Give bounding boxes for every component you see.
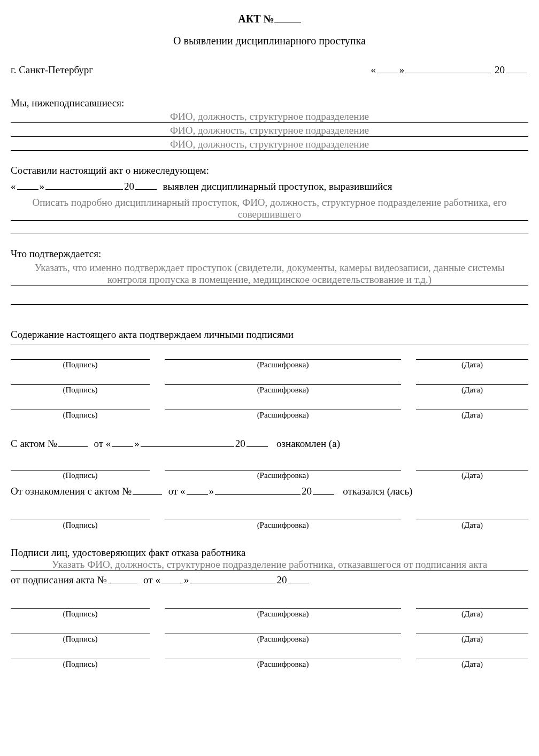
cent-r: 20 [302, 485, 312, 497]
sig-cell-r1[interactable]: (Подпись) [11, 608, 150, 619]
trans-cell-r3[interactable]: (Расшифровка) [165, 659, 401, 669]
refused-prefix: От ознакомления с актом № [11, 485, 132, 497]
month-a[interactable] [141, 436, 234, 447]
from-label-s: от [143, 574, 153, 585]
person-line-3[interactable]: ФИО, должность, структурное подразделени… [11, 137, 528, 151]
day-s[interactable] [161, 572, 183, 583]
violation-hint: Описать подробно дисциплинарный проступо… [11, 197, 528, 220]
confirmed-line-2[interactable] [11, 304, 528, 305]
year-s[interactable] [288, 572, 309, 583]
date-block: «» 20 [371, 62, 528, 76]
violation-date-line: «»20 выявлен дисциплинарный проступок, в… [11, 179, 528, 192]
date-cell-r1[interactable]: (Дата) [416, 608, 528, 619]
qo-a: « [106, 438, 111, 449]
month-blank[interactable] [405, 62, 491, 73]
date-cell-r3[interactable]: (Дата) [416, 659, 528, 669]
person-hint-2: ФИО, должность, структурное подразделени… [11, 125, 528, 136]
sig-row-ref: (Подпись) (Расшифровка) (Дата) [11, 520, 528, 530]
person-line-2[interactable]: ФИО, должность, структурное подразделени… [11, 123, 528, 137]
quote-close-2: » [40, 181, 45, 192]
date-cell-3[interactable]: (Дата) [416, 410, 528, 420]
violation-detected-text: выявлен дисциплинарный проступок, вырази… [163, 181, 392, 192]
person-hint-1: ФИО, должность, структурное подразделени… [11, 111, 528, 122]
qo-r: « [180, 485, 186, 497]
confirmed-hint: Указать, что именно подтверждает проступ… [11, 262, 528, 286]
act-num-blank-r[interactable] [133, 483, 162, 495]
trans-cell-2[interactable]: (Расшифровка) [165, 384, 401, 395]
act-num-blank-a[interactable] [58, 436, 88, 447]
qc-r: » [209, 485, 214, 497]
quote-open: « [371, 64, 376, 75]
sig-row-3: (Подпись) (Расшифровка) (Дата) [11, 410, 528, 420]
cent-a: 20 [235, 438, 245, 449]
sig-row-ack: (Подпись) (Расшифровка) (Дата) [11, 470, 528, 480]
day-a[interactable] [112, 436, 133, 447]
with-act-prefix: С актом № [11, 438, 57, 449]
title-prefix: АКТ № [238, 13, 274, 25]
trans-cell-3[interactable]: (Расшифровка) [165, 410, 401, 420]
quote-open-2: « [11, 181, 16, 192]
confirmed-label: Что подтверждается: [11, 248, 528, 260]
year-r[interactable] [313, 483, 334, 495]
act-num-blank-s[interactable] [108, 572, 137, 583]
trans-cell-1[interactable]: (Расшифровка) [165, 359, 401, 369]
year-a[interactable] [247, 436, 268, 447]
sig-row-1: (Подпись) (Расшифровка) (Дата) [11, 359, 528, 369]
city-label: г. Санкт-Петербург [11, 64, 93, 76]
compiled-label: Составили настоящий акт о нижеследующем: [11, 165, 528, 176]
sig-cell-3[interactable]: (Подпись) [11, 410, 150, 420]
date-cell-r2[interactable]: (Дата) [416, 634, 528, 644]
day-blank-2[interactable] [17, 179, 38, 190]
century-label: 20 [495, 64, 505, 75]
trans-cell-r2[interactable]: (Расшифровка) [165, 634, 401, 644]
city-date-row: г. Санкт-Петербург «» 20 [11, 62, 528, 76]
date-cell-ack[interactable]: (Дата) [416, 470, 528, 480]
cent-s: 20 [276, 574, 287, 585]
person-hint-3: ФИО, должность, структурное подразделени… [11, 138, 528, 150]
person-line-1[interactable]: ФИО, должность, структурное подразделени… [11, 109, 528, 123]
sig-cell-r3[interactable]: (Подпись) [11, 659, 150, 669]
from-label-a: от [94, 438, 103, 449]
month-blank-2[interactable] [45, 179, 123, 190]
sig-cell-2[interactable]: (Подпись) [11, 384, 150, 395]
trans-cell-ack[interactable]: (Расшифровка) [165, 470, 401, 480]
day-r[interactable] [187, 483, 208, 495]
sig-row-2: (Подпись) (Расшифровка) (Дата) [11, 384, 528, 395]
trans-cell-ref[interactable]: (Расшифровка) [165, 520, 401, 530]
violation-line-2[interactable] [11, 234, 528, 234]
from-signing-prefix: от подписания акта № [11, 574, 107, 585]
year-blank[interactable] [506, 62, 527, 73]
day-blank[interactable] [377, 62, 398, 73]
date-cell-ref[interactable]: (Дата) [416, 520, 528, 530]
quote-close: » [399, 64, 405, 75]
qo-s: « [155, 574, 160, 585]
month-r[interactable] [215, 483, 301, 495]
date-cell-1[interactable]: (Дата) [416, 359, 528, 369]
qc-s: » [184, 574, 189, 585]
sig-cell-1[interactable]: (Подпись) [11, 359, 150, 369]
sig-cell-r2[interactable]: (Подпись) [11, 634, 150, 644]
century-2: 20 [124, 181, 134, 192]
trans-cell-r1[interactable]: (Расшифровка) [165, 608, 401, 619]
from-signing-line: от подписания акта № от «»20 [11, 572, 528, 586]
year-blank-2[interactable] [135, 179, 157, 190]
date-cell-2[interactable]: (Дата) [416, 384, 528, 395]
act-number-blank[interactable] [274, 11, 301, 22]
refusal-hint-line[interactable] [11, 570, 528, 571]
sig-row-r1: (Подпись) (Расшифровка) (Дата) [11, 608, 528, 619]
from-label-r: от [168, 485, 178, 497]
refusal-hint: Указать ФИО, должность, структурное подр… [11, 559, 528, 570]
month-s[interactable] [190, 572, 275, 583]
sig-row-r2: (Подпись) (Расшифровка) (Дата) [11, 634, 528, 644]
refused-line: От ознакомления с актом № от «»20 отказа… [11, 483, 528, 497]
content-confirm-label: Содержание настоящего акта подтверждаем … [11, 329, 528, 344]
qc-a: » [134, 438, 140, 449]
sig-row-r3: (Подпись) (Расшифровка) (Дата) [11, 659, 528, 669]
refusal-heading: Подписи лиц, удостоверяющих факт отказа … [11, 547, 528, 559]
document-subtitle: О выявлении дисциплинарного проступка [11, 35, 528, 47]
undersigned-label: Мы, нижеподписавшиеся: [11, 97, 528, 109]
acquainted-text: ознакомлен (а) [276, 438, 340, 449]
sig-cell-ack[interactable]: (Подпись) [11, 470, 150, 480]
sig-cell-ref[interactable]: (Подпись) [11, 520, 150, 530]
acquainted-line: С актом № от «»20 ознакомлен (а) [11, 436, 528, 450]
